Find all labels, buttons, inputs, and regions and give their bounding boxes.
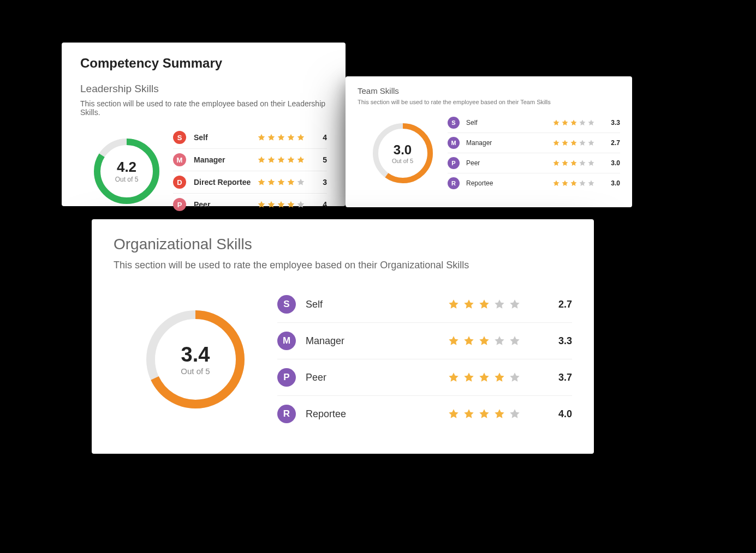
team-skills-card: Team Skills This section will be used to… <box>346 76 632 207</box>
star-icon <box>448 371 460 383</box>
star-icon <box>587 159 595 167</box>
rating-value: 3.0 <box>604 159 620 167</box>
star-icon <box>509 408 521 420</box>
star-icon <box>287 178 295 187</box>
star-icon <box>509 298 521 310</box>
dial-score: 4.2 <box>117 159 136 176</box>
star-icon <box>267 155 276 164</box>
rating-row: PPeer4 <box>173 194 327 215</box>
team-section-desc: This section will be used to rate the em… <box>358 99 620 105</box>
star-rating <box>448 298 521 310</box>
org-rows: SSelf2.7MManager3.3PPeer3.7RReportee4.0 <box>277 286 572 432</box>
star-icon <box>296 155 305 164</box>
star-icon <box>277 200 285 209</box>
role-badge: M <box>277 332 296 350</box>
team-score-dial: 3.0Out of 5 <box>373 123 433 183</box>
leadership-section-title: Leadership Skills <box>80 83 327 95</box>
role-badge: P <box>173 198 186 211</box>
star-icon <box>257 155 266 164</box>
role-label: Reportee <box>466 179 552 187</box>
star-icon <box>287 133 295 142</box>
leadership-score-dial: 4.2Out of 5 <box>94 139 159 204</box>
star-icon <box>587 139 595 147</box>
star-icon <box>448 298 460 310</box>
dial-outof-label: Out of 5 <box>115 176 139 183</box>
star-icon <box>570 139 578 147</box>
star-icon <box>463 371 475 383</box>
star-icon <box>493 335 505 347</box>
role-label: Peer <box>306 372 448 383</box>
star-icon <box>277 155 285 164</box>
star-icon <box>448 408 460 420</box>
rating-row: SSelf4 <box>173 127 327 149</box>
rating-value: 2.7 <box>604 139 620 147</box>
rating-row: RReportee3.0 <box>448 173 620 193</box>
star-icon <box>579 159 586 167</box>
team-section-title: Team Skills <box>358 86 620 95</box>
star-icon <box>493 371 505 383</box>
star-icon <box>296 133 305 142</box>
star-icon <box>552 179 560 187</box>
star-rating <box>257 155 305 164</box>
star-rating <box>552 179 595 187</box>
star-icon <box>478 408 490 420</box>
star-icon <box>587 119 595 127</box>
star-icon <box>561 179 569 187</box>
star-rating <box>448 408 521 420</box>
rating-value: 3.0 <box>604 179 620 187</box>
role-badge: S <box>173 131 186 144</box>
star-icon <box>267 133 276 142</box>
star-icon <box>561 139 569 147</box>
org-content: 3.4Out of 5 SSelf2.7MManager3.3PPeer3.7R… <box>114 286 572 432</box>
star-icon <box>570 159 578 167</box>
rating-value: 4.0 <box>543 408 572 420</box>
rating-value: 4 <box>311 200 327 209</box>
rating-value: 3.3 <box>543 335 572 347</box>
star-icon <box>277 178 285 187</box>
star-icon <box>570 119 578 127</box>
star-rating <box>552 139 595 147</box>
star-icon <box>509 335 521 347</box>
role-label: Self <box>306 299 448 310</box>
star-rating <box>257 178 305 187</box>
leadership-content: 4.2Out of 5 SSelf4MManager5DDirect Repor… <box>80 127 327 215</box>
rating-row: MManager3.3 <box>277 323 572 359</box>
leadership-rows: SSelf4MManager5DDirect Reportee3PPeer4 <box>173 127 327 215</box>
org-dial-wrap: 3.4Out of 5 <box>114 310 277 408</box>
rating-value: 3.3 <box>604 119 620 127</box>
star-rating <box>552 119 595 127</box>
star-icon <box>493 298 505 310</box>
star-icon <box>587 179 595 187</box>
star-icon <box>570 179 578 187</box>
rating-row: SSelf2.7 <box>277 286 572 323</box>
role-label: Peer <box>466 159 552 167</box>
rating-row: MManager5 <box>173 149 327 171</box>
star-icon <box>561 119 569 127</box>
star-icon <box>579 179 586 187</box>
role-label: Peer <box>194 200 257 209</box>
star-icon <box>463 408 475 420</box>
leadership-section-desc: This section will be used to rate the em… <box>80 99 327 117</box>
star-icon <box>478 335 490 347</box>
star-icon <box>267 178 276 187</box>
star-rating <box>448 335 521 347</box>
role-label: Self <box>194 133 257 142</box>
role-label: Manager <box>466 139 552 147</box>
rating-row: DDirect Reportee3 <box>173 171 327 194</box>
star-icon <box>579 139 586 147</box>
dial-score: 3.4 <box>181 343 210 366</box>
team-dial-wrap: 3.0Out of 5 <box>358 123 448 183</box>
star-icon <box>579 119 586 127</box>
role-label: Manager <box>194 155 257 164</box>
star-rating <box>257 200 305 209</box>
rating-value: 3 <box>311 178 327 187</box>
dial-outof-label: Out of 5 <box>392 158 413 164</box>
star-icon <box>448 335 460 347</box>
rating-value: 4 <box>311 133 327 142</box>
star-icon <box>296 200 305 209</box>
star-icon <box>257 133 266 142</box>
star-rating <box>257 133 305 142</box>
role-badge: P <box>448 157 460 169</box>
role-badge: M <box>173 153 186 166</box>
dial-score: 3.0 <box>394 142 412 158</box>
